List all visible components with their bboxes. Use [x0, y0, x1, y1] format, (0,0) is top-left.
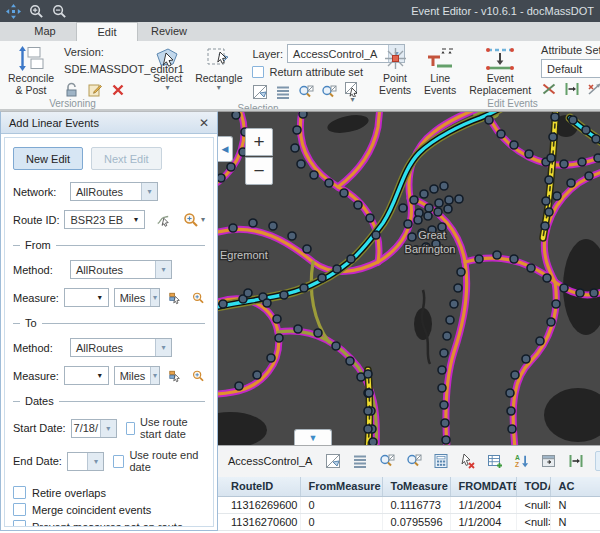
return-attribute-set-label: Return attribute set [269, 66, 363, 78]
merge-selected-icon[interactable] [568, 453, 584, 469]
split-event-icon[interactable] [541, 81, 557, 97]
select-features-icon[interactable] [252, 84, 268, 100]
from-measure-on-map-icon[interactable] [169, 290, 182, 306]
panel-options: Retire overlapsMerge coincident eventsPr… [13, 486, 205, 527]
to-zoom-icon[interactable] [192, 368, 205, 384]
from-method-dropdown[interactable]: AllRoutes ▾ [70, 260, 172, 279]
table-row[interactable]: 1131626960000.11167731/1/2004<null>N [218, 497, 600, 514]
layer-label: Layer: [252, 48, 283, 60]
from-units-dropdown[interactable]: Miles ▾ [114, 288, 160, 307]
map-zoom-in-button[interactable]: + [245, 128, 273, 156]
to-measure-on-map-icon[interactable] [169, 368, 182, 384]
to-measure-combobox[interactable]: ▾ [64, 366, 109, 385]
event-replacement-button[interactable]: Event Replacement [466, 44, 534, 98]
table-cell: <null> [516, 514, 550, 531]
from-zoom-icon[interactable] [192, 290, 205, 306]
option-checkbox[interactable] [13, 503, 26, 516]
start-date-dropdown[interactable]: 7/18/ ▾ [71, 419, 117, 438]
column-header[interactable]: AC [550, 477, 600, 497]
reassign-event-icon[interactable] [587, 81, 600, 97]
select-route-icon[interactable] [156, 212, 170, 228]
new-edit-button[interactable]: New Edit [13, 147, 83, 170]
option-checkbox[interactable] [13, 520, 26, 527]
zoom-in-icon[interactable] [29, 4, 44, 19]
merge-events-icon[interactable] [564, 81, 580, 97]
table-layer-name: AccessControl_A [228, 455, 312, 467]
close-icon[interactable]: ✕ [199, 116, 209, 130]
from-measure-combobox[interactable]: ▾ [64, 288, 109, 307]
table-body: 1131626960000.11167731/1/2004<null>N1131… [218, 497, 600, 531]
from-legend: From [13, 239, 205, 251]
to-units-dropdown[interactable]: Miles ▾ [114, 366, 160, 385]
tab-edit[interactable]: Edit [76, 22, 138, 41]
clear-selected-icon[interactable] [460, 453, 476, 469]
rectangle-dropdown-caret[interactable]: ▾ [217, 85, 221, 91]
collapse-panel-left-button[interactable]: ◀ [218, 136, 233, 162]
end-date-dropdown[interactable]: ▾ [67, 452, 105, 471]
from-method-caret[interactable]: ▾ [155, 261, 171, 278]
end-date-caret[interactable]: ▾ [87, 453, 103, 470]
option-label: Retire overlaps [32, 487, 106, 499]
column-header[interactable]: FromMeasure [300, 477, 382, 497]
map-label-great: Great [418, 229, 446, 241]
add-record-icon[interactable] [487, 453, 503, 469]
to-method-dropdown[interactable]: AllRoutes ▾ [70, 338, 172, 357]
line-events-button[interactable]: Line Events [421, 44, 459, 98]
delete-version-icon[interactable] [110, 82, 126, 98]
zoom-to-selection-icon[interactable] [298, 84, 314, 100]
edit-version-icon[interactable] [87, 82, 103, 98]
table-row[interactable]: 1131627060000.07955961/1/2004<null>N [218, 514, 600, 531]
use-route-end-checkbox[interactable] [113, 455, 124, 468]
map-label-barrington: Barrington [405, 243, 456, 255]
network-dropdown[interactable]: AllRoutes ▾ [70, 182, 158, 201]
selection-list-icon[interactable] [352, 453, 368, 469]
tab-map[interactable]: Map [14, 22, 76, 41]
select-button[interactable]: Select ▾ [150, 44, 185, 92]
next-edit-button[interactable]: Next Edit [91, 147, 162, 170]
attribute-set-window-icon[interactable] [541, 453, 557, 469]
route-zoom-icon[interactable] [183, 212, 199, 228]
return-attribute-set-checkbox[interactable] [252, 66, 264, 78]
to-units-caret[interactable]: ▾ [150, 367, 158, 384]
select-icon [154, 45, 181, 72]
pan-to-selection-icon[interactable] [321, 84, 337, 100]
network-caret[interactable]: ▾ [141, 183, 157, 200]
reconcile-post-button[interactable]: Reconcile & Post [5, 44, 57, 98]
from-units-caret[interactable]: ▾ [150, 289, 158, 306]
from-measure-caret[interactable]: ▾ [92, 289, 108, 306]
column-header[interactable]: TODATE [516, 477, 550, 497]
map-zoom-out-button[interactable]: − [245, 157, 273, 185]
start-date-caret[interactable]: ▾ [100, 420, 116, 437]
option-label: Merge coincident events [32, 504, 151, 516]
to-method-caret[interactable]: ▾ [155, 339, 171, 356]
sort-icon[interactable]: A Z [514, 453, 530, 469]
route-id-combobox[interactable]: BSR23 EB ▾ [64, 210, 145, 229]
pan-icon[interactable] [6, 4, 21, 19]
select-features-icon[interactable] [325, 453, 341, 469]
column-header[interactable]: ToMeasure [382, 477, 450, 497]
route-id-caret[interactable]: ▾ [128, 211, 144, 228]
ribbon: Reconcile & Post Version: SDE.MASSDOT_ed… [0, 41, 600, 111]
unlock-version-icon[interactable] [64, 82, 80, 98]
group-selection: Select ▾ Rectangle ▾ Layer: [145, 41, 371, 109]
point-events-button[interactable]: Point Events [376, 44, 414, 98]
field-calculator-icon[interactable] [433, 453, 449, 469]
tab-review[interactable]: Review [138, 22, 200, 41]
map-view[interactable]: Egremont Great Barrington ◀ + − ▼ [218, 111, 600, 445]
route-zoom-caret[interactable]: ▾ [201, 217, 205, 223]
zoom-to-selection-icon[interactable] [379, 453, 395, 469]
rectangle-select-button[interactable]: Rectangle ▾ [192, 44, 245, 92]
table-cell: 0 [300, 514, 382, 531]
attribute-set-dropdown[interactable]: Default ▾ [541, 59, 600, 78]
select-dropdown-caret[interactable]: ▾ [166, 85, 170, 91]
selection-list-icon[interactable] [275, 84, 291, 100]
to-measure-caret[interactable]: ▾ [92, 367, 108, 384]
use-route-start-checkbox[interactable] [126, 422, 135, 435]
option-checkbox[interactable] [13, 486, 26, 499]
column-header[interactable]: FROMDATE [450, 477, 516, 497]
clipped-toolbar-button[interactable]: S [595, 451, 600, 471]
collapse-table-button[interactable]: ▼ [294, 429, 332, 445]
pan-to-selection-icon[interactable] [406, 453, 422, 469]
column-header[interactable]: RouteID [218, 477, 300, 497]
zoom-out-icon[interactable] [52, 4, 67, 19]
